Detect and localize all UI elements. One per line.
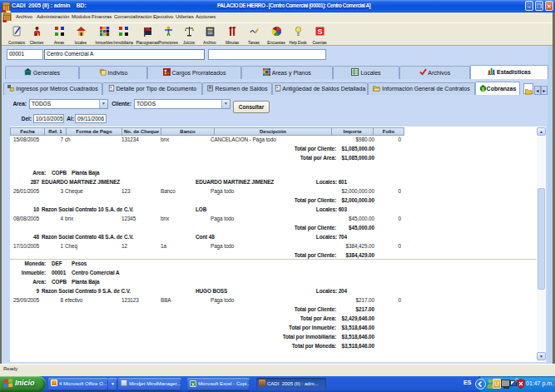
svg-text:S: S: [317, 27, 322, 36]
